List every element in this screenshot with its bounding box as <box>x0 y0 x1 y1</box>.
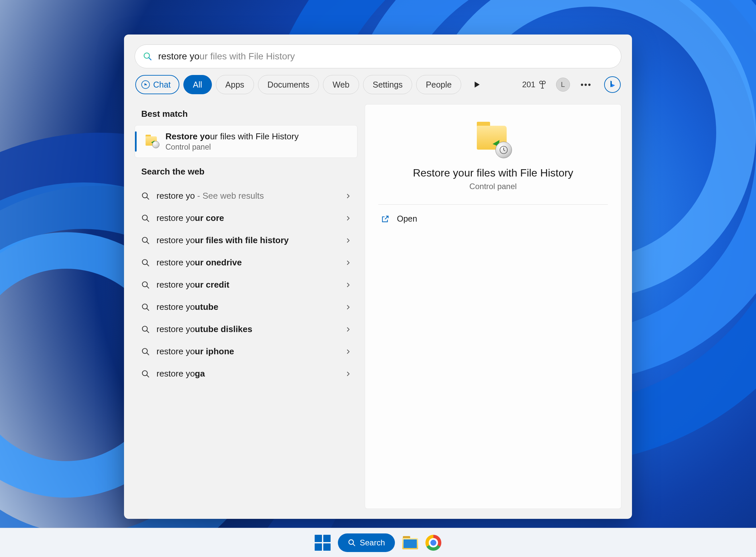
search-icon <box>141 370 150 378</box>
web-result-item[interactable]: restore youtube dislikes <box>135 318 357 341</box>
chevron-right-icon <box>346 194 351 199</box>
web-result-item[interactable]: restore youtube <box>135 296 357 318</box>
filter-people[interactable]: People <box>416 75 461 94</box>
chevron-right-icon <box>346 304 351 310</box>
filter-all[interactable]: All <box>183 75 212 94</box>
open-bing[interactable] <box>604 76 621 93</box>
search-typed-text: restore yo <box>158 51 199 62</box>
start-search-panel: restore your files with File History Cha… <box>124 34 632 519</box>
chevron-right-icon <box>346 216 351 221</box>
chevron-right-icon <box>346 282 351 288</box>
filter-apps[interactable]: Apps <box>216 75 254 94</box>
rewards-medal-icon <box>538 80 547 89</box>
svg-line-8 <box>147 219 149 221</box>
taskbar-search-button[interactable]: Search <box>338 533 395 552</box>
svg-line-25 <box>353 544 355 546</box>
web-result-text: restore youtube <box>157 302 339 312</box>
web-results-list: restore yo - See web results restore you… <box>135 185 357 385</box>
rewards-count: 201 <box>522 80 536 89</box>
best-match-item[interactable]: Restore your files with File History Con… <box>135 125 357 158</box>
best-match-title: Restore your files with File History <box>165 131 299 142</box>
preview-file-history-icon <box>475 121 511 157</box>
filter-chat[interactable]: Chat <box>135 75 179 94</box>
search-icon <box>348 539 356 547</box>
bing-icon <box>608 80 617 89</box>
svg-point-4 <box>542 81 545 84</box>
chevron-right-icon <box>346 260 351 265</box>
search-icon <box>141 347 150 356</box>
svg-line-14 <box>147 286 149 288</box>
user-avatar[interactable]: L <box>556 78 570 92</box>
search-icon <box>141 214 150 223</box>
web-result-item[interactable]: restore your credit <box>135 274 357 296</box>
open-external-icon <box>381 215 389 223</box>
filter-row: Chat All Apps Documents Web Settings Peo… <box>135 75 621 94</box>
triangle-right-icon <box>474 82 480 88</box>
search-web-heading: Search the web <box>135 162 357 183</box>
search-icon <box>141 236 150 245</box>
svg-line-1 <box>149 58 151 60</box>
web-result-item[interactable]: restore yo - See web results <box>135 185 357 207</box>
filter-web[interactable]: Web <box>323 75 359 94</box>
chrome-button[interactable] <box>426 535 441 551</box>
chat-bing-icon <box>141 80 150 89</box>
web-result-text: restore yoga <box>157 369 339 379</box>
search-icon <box>141 325 150 334</box>
web-result-item[interactable]: restore yoga <box>135 362 357 385</box>
search-icon <box>143 52 152 61</box>
web-result-text: restore your credit <box>157 280 339 290</box>
open-action[interactable]: Open <box>378 205 608 233</box>
filter-scroll-right[interactable] <box>469 82 485 88</box>
search-icon <box>141 258 150 267</box>
filter-chat-label: Chat <box>153 80 171 90</box>
best-match-heading: Best match <box>135 104 357 125</box>
svg-line-16 <box>147 308 149 310</box>
web-result-text: restore yo - See web results <box>157 191 339 201</box>
svg-line-10 <box>147 241 149 243</box>
web-result-text: restore your files with file history <box>157 235 339 245</box>
windows-icon <box>315 535 322 542</box>
svg-line-12 <box>147 264 149 266</box>
selection-indicator <box>135 131 136 152</box>
chevron-right-icon <box>346 371 351 377</box>
file-explorer-button[interactable] <box>402 536 418 549</box>
chevron-right-icon <box>346 327 351 332</box>
web-result-item[interactable]: restore your iphone <box>135 341 357 362</box>
svg-line-22 <box>147 375 149 377</box>
search-icon <box>141 303 150 312</box>
web-result-text: restore your onedrive <box>157 258 339 268</box>
web-result-text: restore your iphone <box>157 346 339 357</box>
chevron-right-icon <box>346 349 351 354</box>
web-result-item[interactable]: restore your core <box>135 207 357 229</box>
search-icon <box>141 281 150 289</box>
web-result-item[interactable]: restore your onedrive <box>135 252 357 274</box>
results-left-column: Best match Restore your files with File … <box>135 104 357 509</box>
svg-line-18 <box>147 330 149 332</box>
svg-line-20 <box>147 353 149 355</box>
web-result-text: restore youtube dislikes <box>157 324 339 334</box>
preview-title: Restore your files with File History <box>413 167 573 179</box>
rewards-points[interactable]: 201 <box>522 80 547 89</box>
search-autocomplete-text: ur files with File History <box>199 51 295 62</box>
taskbar: Search <box>0 528 756 557</box>
filter-documents[interactable]: Documents <box>258 75 319 94</box>
file-history-icon <box>145 134 159 149</box>
preview-subtitle: Control panel <box>470 182 517 191</box>
svg-point-3 <box>539 81 542 84</box>
taskbar-search-label: Search <box>360 538 385 547</box>
avatar-letter: L <box>561 80 565 89</box>
chevron-right-icon <box>346 238 351 243</box>
open-action-label: Open <box>397 214 417 224</box>
search-icon <box>141 192 150 200</box>
filter-settings[interactable]: Settings <box>363 75 412 94</box>
web-result-item[interactable]: restore your files with file history <box>135 229 357 252</box>
search-input[interactable]: restore your files with File History <box>158 51 613 62</box>
best-match-subtitle: Control panel <box>165 143 299 152</box>
web-result-text: restore your core <box>157 213 339 223</box>
search-box[interactable]: restore your files with File History <box>135 45 621 68</box>
svg-line-6 <box>147 197 149 199</box>
preview-pane: Restore your files with File History Con… <box>365 104 621 509</box>
start-button[interactable] <box>315 535 330 551</box>
more-options[interactable]: ••• <box>577 80 596 90</box>
